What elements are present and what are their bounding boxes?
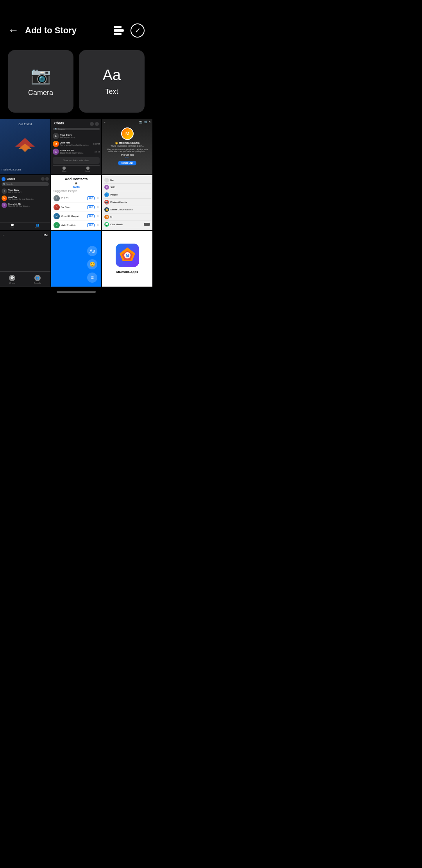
chats-screen-cell[interactable]: Chats 🔍 Search + Your Story Add to your …	[51, 119, 102, 174]
account-section-label: Account	[104, 228, 151, 231]
chats-icon-2	[95, 122, 99, 126]
room-content: M 👋 Malavida's Room Wait a few minutes f…	[102, 119, 152, 174]
chats-bottom-chats-tab[interactable]: 💬 Chats	[9, 275, 15, 284]
chats-mini-stack-row[interactable]: S Stack Hit 3D Stack Hit 3D: Your friend…	[2, 202, 49, 209]
chats-bottom-people-tab[interactable]: 👥 People	[34, 275, 41, 284]
chats-bottom-header: ← Me	[0, 231, 50, 238]
settings-me-row[interactable]: Me	[104, 177, 151, 184]
room-edit-button[interactable]: EDIT	[125, 156, 129, 158]
settings-sms-row[interactable]: # SMS	[104, 184, 151, 191]
people-tab-label: People	[85, 170, 90, 172]
room-avatar: M	[121, 127, 134, 140]
add-button-2[interactable]: ADD	[87, 205, 95, 209]
search-icon: 🔍	[55, 128, 57, 130]
settings-secret-row[interactable]: 🔒 Secret Conversations	[104, 206, 151, 213]
back-button[interactable]: ←	[8, 24, 19, 37]
stack-hit-avatar: S	[53, 149, 59, 155]
stack-layers-button[interactable]	[113, 24, 125, 37]
contact-row-3[interactable]: M Morad El Manyari ADD ✕	[53, 212, 100, 221]
malavida-call-cell[interactable]: Call Ended malavida.com	[0, 119, 50, 174]
call-ended-text: Call Ended	[18, 123, 32, 126]
chats-search-bar[interactable]: 🔍 Search	[53, 128, 100, 130]
text-tile[interactable]: Aa Text	[79, 50, 145, 113]
your-story-row[interactable]: + Your Story Add to your story	[53, 132, 100, 140]
room-description: When you join the room, people with the …	[104, 149, 150, 152]
chats-bottom-nav: 💬 Chats 👥 People	[0, 271, 50, 287]
settings-chat-heads-row[interactable]: 💬 Chat Heads	[104, 221, 151, 228]
chats-mini-actions	[41, 177, 49, 181]
sms-icon: #	[104, 185, 109, 190]
compose-menu-button[interactable]: ≡	[87, 273, 97, 283]
screenshot-grid: Call Ended malavida.com Chats 🔍 Search +…	[0, 119, 152, 287]
people-nav-item: 👥 People	[36, 224, 40, 229]
invite-label[interactable]: INVITE	[53, 186, 100, 188]
chats-mini-search[interactable]: 🔍 Search	[2, 182, 49, 186]
contact-row-1[interactable]: এ এস ডি মন ADD ✕	[53, 194, 100, 203]
room-cell[interactable]: ← 📷 📹 ✕ M 👋 Malavida's Room Wait a few m…	[102, 119, 152, 174]
compose-emoji-button[interactable]: 😊	[87, 259, 97, 269]
contacts-cell[interactable]: Add Contacts 🎓 INVITE Suggested People এ…	[51, 175, 102, 231]
stack-hit-info: Stack Hit 3D Stack Hit 3D: Your friends.…	[60, 149, 93, 154]
contact-row-5[interactable]: X Ximo Reyes ADD ✕	[53, 230, 100, 231]
sms-label: SMS	[110, 186, 115, 188]
search-placeholder: Search	[58, 128, 65, 130]
chats-mini-cell[interactable]: Chats 🔍 Search + Your Story Add to your …	[0, 175, 50, 231]
add-contacts-title: Add Contacts	[53, 177, 100, 181]
chats-bottom-cell[interactable]: ← Me 💬 Chats 👥 People	[0, 231, 50, 287]
chats-bottom-chats-label: Chats	[9, 282, 16, 284]
just-you-time: 9:08 AM	[93, 143, 100, 145]
stack-hit-row[interactable]: S Stack Hit 3D Stack Hit 3D: Your friend…	[53, 148, 100, 156]
invite-icon: 🎓	[53, 182, 100, 185]
bottom-nav	[0, 287, 152, 301]
contact-name-2: Bar Tano	[61, 206, 86, 208]
chats-tab-icon	[63, 167, 66, 170]
remove-button-4[interactable]: ✕	[97, 224, 99, 227]
malavida-app-cell[interactable]: M Malavida Apps	[102, 231, 152, 287]
contact-avatar-1: এ	[54, 195, 60, 201]
chats-mini-just-you-row[interactable]: M Just You You changed the chat theme to…	[2, 195, 49, 202]
add-button-3[interactable]: ADD	[87, 214, 95, 218]
settings-photos-row[interactable]: 📷 Photos & Media	[104, 199, 151, 206]
chats-icon-1	[90, 122, 94, 126]
compose-cell[interactable]: Aa 😊 ≡	[51, 231, 102, 287]
room-share-button[interactable]: SHARE LINK	[118, 161, 136, 165]
chats-bottom-back[interactable]: ←	[2, 234, 5, 237]
remove-button-1[interactable]: ✕	[97, 197, 99, 200]
camera-tile[interactable]: 📷 Camera	[8, 50, 73, 113]
chats-mini-header: Chats	[2, 177, 49, 181]
contact-name-3: Morad El Manyari	[61, 215, 86, 217]
chat-heads-toggle[interactable]	[144, 223, 150, 226]
contact-row-4[interactable]: H Hafid Chakhtir ADD ✕	[53, 221, 100, 230]
confirm-button[interactable]: ✓	[131, 23, 145, 38]
chats-bottom-title: Me	[44, 233, 48, 237]
just-you-row[interactable]: M Just You You changed the chat theme to…	[53, 140, 100, 148]
m-label: M	[110, 216, 112, 218]
m-icon: M	[104, 215, 109, 219]
remove-button-2[interactable]: ✕	[97, 206, 99, 209]
remove-button-3[interactable]: ✕	[97, 215, 99, 218]
your-story-sub: Add to your story	[60, 136, 100, 138]
chats-mini-title: Chats	[7, 177, 15, 181]
contact-avatar-2: B	[54, 204, 60, 210]
room-title: 👋 Malavida's Room	[115, 142, 139, 145]
settings-m-row[interactable]: M M	[104, 213, 151, 221]
settings-cell[interactable]: Me # SMS 👥 People 📷 Photos & Media 🔒 Sec…	[102, 175, 152, 231]
secret-label: Secret Conversations	[110, 208, 132, 211]
chats-bottom-chats-icon: 💬	[9, 275, 15, 281]
add-button-4[interactable]: ADD	[87, 223, 95, 227]
just-you-mini-avatar: M	[2, 195, 7, 201]
add-button-1[interactable]: ADD	[87, 196, 95, 200]
contact-row-2[interactable]: B Bar Tano ADD ✕	[53, 203, 100, 212]
settings-people-row[interactable]: 👥 People	[104, 191, 151, 199]
chats-tab-mini: Chats	[62, 167, 66, 172]
people-settings-icon: 👥	[104, 192, 109, 197]
chats-nav-icon: 💬	[11, 224, 14, 227]
chats-mini-story-info: Your Story Add to your story	[8, 189, 21, 193]
add-story-button[interactable]: +	[53, 133, 59, 139]
chat-bottom-tabs: Chats People	[53, 165, 100, 172]
people-nav-label: People	[36, 227, 40, 229]
add-story-mini-button[interactable]: +	[2, 188, 7, 194]
chats-mini-story-row[interactable]: + Your Story Add to your story	[2, 188, 49, 195]
just-you-info: Just You You changed the chat theme to..…	[60, 142, 92, 146]
compose-text-button[interactable]: Aa	[87, 246, 97, 256]
